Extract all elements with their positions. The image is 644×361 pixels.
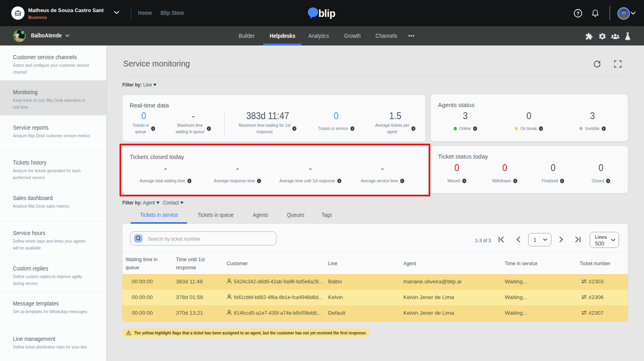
- svg-text:?: ?: [576, 11, 579, 17]
